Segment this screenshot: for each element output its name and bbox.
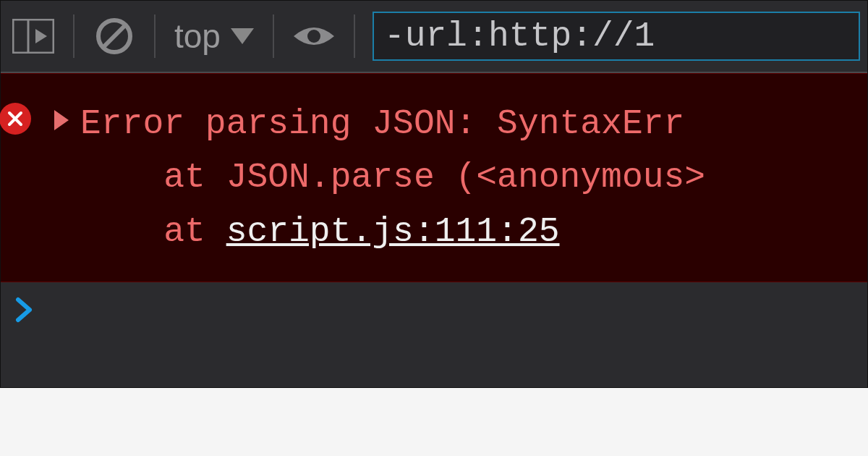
- devtools-panel: top Error parsing JSON: SyntaxErr at JSO…: [0, 0, 868, 388]
- svg-point-5: [307, 30, 320, 43]
- svg-marker-2: [35, 29, 47, 43]
- console-filter-input[interactable]: [373, 12, 860, 61]
- chevron-down-icon: [231, 28, 254, 44]
- eye-icon: [292, 22, 336, 51]
- clear-console-button[interactable]: [89, 11, 140, 62]
- console-error-entry[interactable]: Error parsing JSON: SyntaxErr at JSON.pa…: [1, 73, 867, 282]
- svg-rect-0: [13, 20, 54, 53]
- toolbar-divider: [354, 14, 355, 58]
- console-toolbar: top: [1, 1, 867, 73]
- toolbar-divider: [273, 14, 274, 58]
- svg-line-4: [103, 25, 125, 47]
- console-prompt[interactable]: [1, 282, 867, 337]
- context-selector[interactable]: top: [170, 11, 258, 62]
- prompt-chevron-icon: [15, 297, 34, 323]
- toolbar-divider: [154, 14, 156, 58]
- error-badge-icon: [0, 103, 31, 135]
- clear-icon: [95, 17, 133, 55]
- sidebar-play-icon: [12, 19, 54, 54]
- live-expression-button[interactable]: [289, 11, 339, 62]
- context-label: top: [174, 17, 221, 56]
- error-message: Error parsing JSON: SyntaxErr at JSON.pa…: [80, 97, 705, 258]
- expand-arrow-icon[interactable]: [54, 110, 69, 130]
- toggle-sidebar-button[interactable]: [8, 11, 59, 62]
- toolbar-divider: [73, 14, 75, 58]
- error-source-link[interactable]: script.js:111:25: [226, 212, 560, 251]
